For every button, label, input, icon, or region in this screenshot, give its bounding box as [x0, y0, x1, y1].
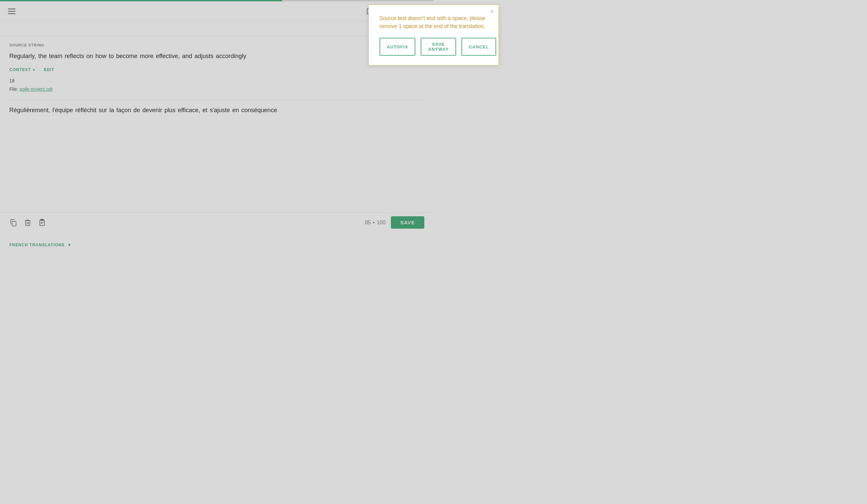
autofix-button[interactable]: AUTOFIX — [379, 38, 416, 56]
save-anyway-button[interactable]: SAVE ANYWAY — [421, 38, 434, 56]
warning-modal: × Source text doesn't end with a space, … — [368, 5, 434, 65]
modal-message: Source text doesn't end with a space, pl… — [379, 14, 434, 30]
modal-overlay: × Source text doesn't end with a space, … — [0, 0, 434, 252]
modal-actions: AUTOFIX SAVE ANYWAY CANCEL — [379, 38, 434, 56]
